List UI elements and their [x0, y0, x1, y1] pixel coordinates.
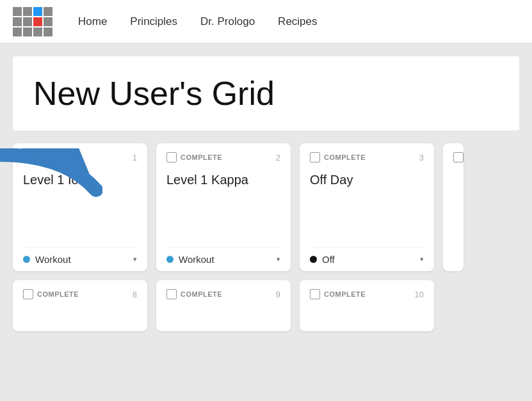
logo-cell: [13, 7, 22, 16]
card-8-checkbox[interactable]: [23, 289, 33, 299]
logo: [13, 7, 52, 36]
card-10-number: 10: [415, 290, 424, 299]
cards-row-1: COMPLETE 1 Level 1 Iota Workout ▾ COMPLE…: [13, 143, 519, 271]
logo-cell: [44, 28, 52, 36]
nav-links: Home Principles Dr. Prologo Recipes: [78, 15, 318, 28]
card-2-checkbox[interactable]: [166, 152, 177, 162]
card-2-number: 2: [276, 153, 280, 162]
card-10-complete-label: COMPLETE: [324, 290, 366, 298]
logo-cell: [44, 7, 52, 16]
card-8-number: 8: [133, 290, 137, 299]
nav-principles[interactable]: Principles: [130, 15, 177, 28]
card-10-header: COMPLETE 10: [310, 289, 424, 299]
card-3-number: 3: [419, 153, 424, 162]
navbar: Home Principles Dr. Prologo Recipes: [0, 0, 532, 43]
card-2-header: COMPLETE 2: [166, 152, 280, 162]
card-1-number: 1: [133, 153, 137, 162]
card-4-checkbox[interactable]: [453, 152, 463, 162]
title-section: New User's Grid: [13, 56, 519, 130]
card-1-chevron-icon[interactable]: ▾: [133, 255, 137, 263]
card-9-complete-label: COMPLETE: [181, 290, 222, 298]
card-1-footer-label: Workout: [35, 254, 128, 265]
card-3-footer: Off ▾: [310, 247, 424, 271]
card-2-title: Level 1 Kappa: [166, 173, 280, 198]
card-1-title: Level 1 Iota: [23, 173, 137, 198]
logo-cell: [33, 7, 42, 16]
card-2-header-left: COMPLETE: [166, 152, 222, 162]
logo-cell: [44, 17, 52, 26]
card-3-title: Off Day: [310, 173, 424, 198]
logo-cell: [33, 17, 42, 26]
logo-cell: [23, 28, 32, 36]
card-2-complete-label: COMPLETE: [181, 153, 222, 161]
card-9-checkbox[interactable]: [166, 289, 177, 299]
logo-cell: [23, 17, 32, 26]
card-9: COMPLETE 9: [156, 280, 291, 331]
card-1-header-left: COMPLETE: [23, 152, 79, 162]
logo-cell: [23, 7, 32, 16]
card-1: COMPLETE 1 Level 1 Iota Workout ▾: [13, 143, 147, 271]
card-8-complete-label: COMPLETE: [37, 290, 79, 298]
card-3-chevron-icon[interactable]: ▾: [420, 255, 424, 263]
card-1-dot: [23, 256, 30, 263]
card-3-dot: [310, 256, 317, 263]
card-2-chevron-icon[interactable]: ▾: [277, 255, 280, 263]
nav-home[interactable]: Home: [78, 15, 107, 28]
card-2-footer: Workout ▾: [166, 247, 280, 271]
card-2: COMPLETE 2 Level 1 Kappa Workout ▾: [156, 143, 291, 271]
nav-recipes[interactable]: Recipes: [278, 15, 317, 28]
card-10-header-left: COMPLETE: [310, 289, 366, 299]
logo-cell: [13, 17, 22, 26]
card-8-header-left: COMPLETE: [23, 289, 79, 299]
cards-row-2: COMPLETE 8 COMPLETE 9: [13, 280, 519, 331]
card-10-checkbox[interactable]: [310, 289, 320, 299]
card-1-footer: Workout ▾: [23, 247, 137, 271]
logo-cell: [13, 28, 22, 36]
card-1-header: COMPLETE 1: [23, 152, 137, 162]
card-2-footer-label: Workout: [179, 254, 271, 265]
card-9-header: COMPLETE 9: [166, 289, 280, 299]
page-title: New User's Grid: [33, 74, 499, 113]
card-9-number: 9: [276, 290, 280, 299]
card-3-footer-label: Off: [322, 254, 415, 265]
card-8-header: COMPLETE 8: [23, 289, 137, 299]
card-8: COMPLETE 8: [13, 280, 147, 331]
card-1-checkbox[interactable]: [23, 152, 33, 162]
card-9-header-left: COMPLETE: [166, 289, 222, 299]
content-area: New User's Grid COMPLETE 1: [0, 56, 532, 338]
card-3-checkbox[interactable]: [310, 152, 320, 162]
card-4-header-left: [453, 152, 463, 162]
card-3: COMPLETE 3 Off Day Off ▾: [300, 143, 434, 271]
card-4-partial: [443, 143, 463, 271]
card-3-header: COMPLETE 3: [310, 152, 424, 162]
nav-dr-prologo[interactable]: Dr. Prologo: [200, 15, 255, 28]
logo-cell: [33, 28, 42, 36]
card-3-header-left: COMPLETE: [310, 152, 366, 162]
grid-container: COMPLETE 1 Level 1 Iota Workout ▾ COMPLE…: [0, 130, 532, 338]
card-3-complete-label: COMPLETE: [324, 153, 366, 161]
card-10: COMPLETE 10: [300, 280, 434, 331]
card-1-complete-label: COMPLETE: [37, 153, 79, 161]
card-2-dot: [166, 256, 173, 263]
